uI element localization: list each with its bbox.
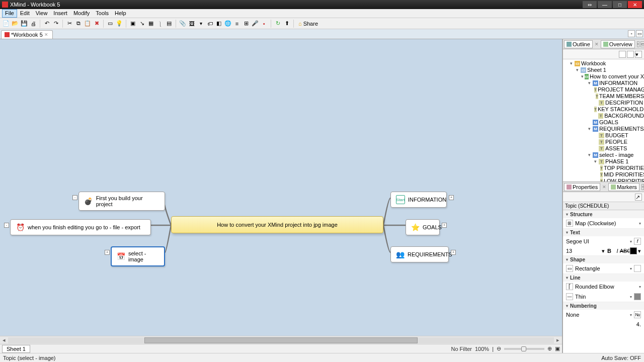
undo-icon[interactable]: ↶: [43, 20, 51, 28]
relationship-icon[interactable]: ↘: [138, 20, 146, 28]
topic-goals[interactable]: ⭐ GOALS: [406, 219, 440, 235]
tab-pin-icon[interactable]: ✕: [594, 42, 600, 47]
menu-file[interactable]: File: [2, 9, 17, 18]
collapse-handle[interactable]: -: [4, 223, 9, 228]
font-select[interactable]: Segoe UI▾f: [563, 236, 644, 246]
note-icon[interactable]: ▤: [165, 20, 173, 28]
zoom-in-icon[interactable]: ⊕: [547, 345, 552, 352]
numbering-depth[interactable]: 4.: [563, 320, 644, 329]
share-button[interactable]: ⌂Share: [296, 21, 320, 27]
fill-swatch[interactable]: [634, 265, 641, 272]
boundary-icon[interactable]: ▦: [147, 20, 155, 28]
refresh-icon[interactable]: ↻: [274, 20, 282, 28]
font-size[interactable]: 13: [566, 248, 601, 254]
expand-handle[interactable]: +: [442, 223, 447, 228]
props-menu-icon[interactable]: ↗: [635, 194, 642, 201]
section-structure[interactable]: Structure: [563, 210, 644, 218]
print-icon[interactable]: 🖨: [29, 20, 37, 28]
outline-tree[interactable]: ▾▭Workbook ▾▭Sheet 1 ▾▭How to convert yo…: [563, 59, 644, 182]
menu-insert[interactable]: Insert: [50, 9, 70, 18]
expand-handle[interactable]: +: [105, 250, 110, 255]
filter-label[interactable]: No Filter: [451, 346, 472, 352]
menu-tools[interactable]: Tools: [93, 9, 112, 18]
bold-icon[interactable]: B: [606, 247, 613, 254]
paste-icon[interactable]: 📋: [84, 20, 92, 28]
image-icon[interactable]: 🖼: [188, 20, 196, 28]
numbering-toggle-icon[interactable]: №: [634, 311, 641, 318]
sheet-tab[interactable]: Sheet 1: [2, 345, 30, 353]
topic-build-project[interactable]: 💣 First you build your project: [78, 192, 165, 211]
drill-down-icon[interactable]: ▣: [129, 20, 137, 28]
color-swatch[interactable]: [630, 247, 637, 254]
subtopic-icon[interactable]: 💡: [115, 20, 123, 28]
mindmap-canvas[interactable]: How to convert your XMind project into j…: [0, 39, 562, 336]
tab-outline[interactable]: Outline: [564, 40, 593, 48]
menu-edit[interactable]: Edit: [17, 9, 33, 18]
section-shape[interactable]: Shape: [563, 255, 644, 263]
window-close-button[interactable]: ✕: [628, 1, 642, 8]
menu-view[interactable]: View: [33, 9, 51, 18]
delete-icon[interactable]: ✖: [93, 20, 101, 28]
tab-properties[interactable]: Properties: [564, 183, 600, 191]
audio-icon[interactable]: 🎤: [251, 20, 259, 28]
tab-pin-icon[interactable]: ✕: [601, 185, 607, 190]
outline-menu-icon[interactable]: ▾: [635, 51, 642, 58]
expand-handle[interactable]: +: [449, 195, 454, 200]
collapse-handle[interactable]: -: [72, 195, 77, 200]
tab-workbook[interactable]: *Workbook 5 ✕: [1, 30, 53, 39]
editor-min-icon[interactable]: ▭: [636, 30, 643, 37]
topic-icon[interactable]: ▭: [106, 20, 114, 28]
cut-icon[interactable]: ✂: [65, 20, 73, 28]
topic-requirements[interactable]: 👥 REQUIREMENTS: [390, 246, 449, 262]
menu-help[interactable]: Help: [112, 9, 129, 18]
tab-close-icon[interactable]: ✕: [44, 32, 48, 37]
topic-select-image[interactable]: 📅 select - image: [111, 246, 165, 266]
editor-max-icon[interactable]: ▫: [628, 30, 635, 37]
zoom-out-icon[interactable]: ⊖: [497, 345, 501, 352]
section-numbering[interactable]: Numbering: [563, 302, 644, 310]
section-text[interactable]: Text: [563, 228, 644, 236]
new-icon[interactable]: 📄: [2, 20, 10, 28]
shape-select[interactable]: ▭Rectangle▾: [563, 263, 644, 274]
save-icon[interactable]: 💾: [20, 20, 28, 28]
panel-min-icon[interactable]: ▫: [637, 41, 639, 47]
panel-min-icon[interactable]: ▫: [641, 184, 644, 190]
structure-icon[interactable]: ⊞: [242, 20, 250, 28]
summary-icon[interactable]: ⎱: [156, 20, 164, 28]
topic-information[interactable]: Start INFORMATION: [390, 192, 447, 208]
numbering-select[interactable]: None▾№: [563, 310, 644, 320]
window-minimize-button[interactable]: —: [598, 1, 612, 8]
expand-all-icon[interactable]: [627, 51, 634, 58]
zoom-value[interactable]: 100%: [475, 346, 489, 352]
zoom-slider[interactable]: [504, 348, 544, 350]
section-line[interactable]: Line: [563, 274, 644, 282]
line-style-select[interactable]: ⎡Rounded Elbow▾: [563, 282, 644, 292]
upload-icon[interactable]: ⬆: [283, 20, 291, 28]
redo-icon[interactable]: ↷: [52, 20, 60, 28]
marker-icon[interactable]: ◧: [215, 20, 223, 28]
window-maximize-button[interactable]: □: [613, 1, 627, 8]
label-icon[interactable]: 🏷: [206, 20, 214, 28]
central-topic[interactable]: How to convert your XMind project into j…: [171, 216, 383, 233]
expand-handle[interactable]: +: [451, 250, 456, 255]
font-style-icon[interactable]: f: [634, 238, 641, 245]
line-thickness-select[interactable]: —Thin▾: [563, 292, 644, 302]
collapse-all-icon[interactable]: [619, 51, 626, 58]
attachment-icon[interactable]: 📎: [179, 20, 187, 28]
tab-markers[interactable]: Markers: [608, 183, 639, 191]
horizontal-scrollbar[interactable]: ◂ ▸: [0, 336, 562, 344]
align-icon[interactable]: ≡: [233, 20, 241, 28]
structure-select[interactable]: ⊞Map (Clockwise)▾: [563, 218, 644, 228]
menu-modify[interactable]: Modify: [70, 9, 93, 18]
line-color-swatch[interactable]: [634, 293, 641, 300]
record-icon[interactable]: ▪: [260, 20, 268, 28]
window-resize-button[interactable]: ⇔: [583, 1, 597, 8]
panel-max-icon[interactable]: ▭: [640, 41, 644, 47]
strike-icon[interactable]: ABC: [622, 247, 629, 254]
topic-export[interactable]: ⏰ when you finish editing you go to - fi…: [10, 219, 151, 235]
open-icon[interactable]: 📂: [11, 20, 19, 28]
dropdown-icon[interactable]: ▾: [197, 20, 205, 28]
fit-icon[interactable]: ▣: [555, 345, 560, 352]
copy-icon[interactable]: ⧉: [74, 20, 83, 28]
tab-overview[interactable]: Overview: [601, 40, 635, 48]
